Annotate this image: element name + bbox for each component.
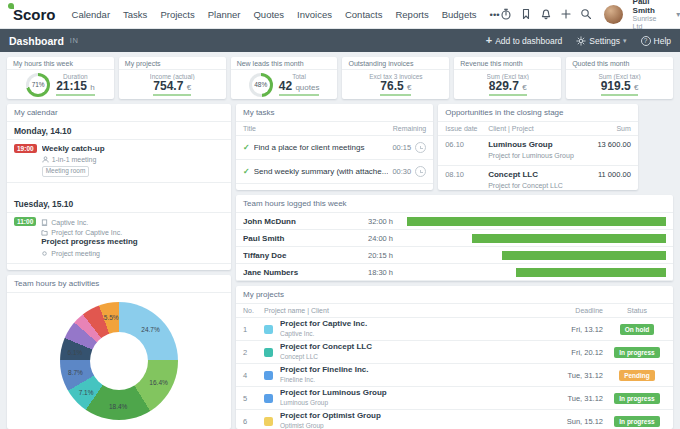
kpi-new-leads[interactable]: New leads this month 48% Total 42 quotes — [231, 57, 338, 99]
status-badge[interactable]: In progress — [614, 416, 659, 427]
kpi-value[interactable]: 21:15 h — [56, 80, 95, 96]
opportunity-row[interactable]: 08.10 Concept LLC Project for Concept LL… — [438, 166, 638, 190]
timer-icon[interactable] — [500, 7, 512, 21]
project-client[interactable]: Fineline Inc. — [280, 376, 315, 383]
task-title[interactable]: Find a place for client meetings — [254, 143, 389, 152]
dashboard-content: My hours this week 71% Duration 21:15 h … — [0, 52, 680, 429]
hours-bar — [407, 217, 666, 226]
start-timer-icon[interactable] — [415, 142, 426, 153]
project-name[interactable]: Project for Luminous Group — [280, 388, 548, 398]
project-row[interactable]: 4 Project for Fineline Inc. Fineline Inc… — [236, 364, 673, 387]
column-no[interactable]: No. — [243, 307, 259, 314]
check-icon[interactable]: ✓ — [243, 167, 250, 176]
status-badge[interactable]: Pending — [619, 370, 655, 381]
project-row[interactable]: 1 Project for Captive Inc. Captive Inc. … — [236, 318, 673, 341]
project-name[interactable]: Project for Captive Inc. — [280, 319, 548, 329]
project-row[interactable]: 6 Project for Optimist Group Optimist Gr… — [236, 410, 673, 429]
project-name[interactable]: Project for Concept LLC — [280, 342, 548, 352]
chevron-down-icon[interactable]: ▾ — [676, 10, 680, 19]
nav-item-calendar[interactable]: Calendar — [72, 9, 111, 20]
nav-item-quotes[interactable]: Quotes — [253, 9, 284, 20]
nav-item-planner[interactable]: Planner — [208, 9, 241, 20]
task-row[interactable]: ✓ Find a place for client meetings 00:15 — [236, 136, 433, 160]
project-row[interactable]: 2 Project for Concept LLC Concept LLC Fr… — [236, 341, 673, 364]
kpi-outstanding-invoices[interactable]: Outstanding invoices Excl tax 3 invoices… — [342, 57, 449, 99]
column-deadline[interactable]: Deadline — [553, 307, 603, 314]
kpi-my-projects[interactable]: My projects Income (actual) 754.7 € — [119, 57, 226, 99]
team-member-hours: 24:00 h — [338, 234, 393, 243]
opportunity-row[interactable]: 06.10 Luminous Group Project for Luminou… — [438, 136, 638, 166]
kpi-value[interactable]: 919.5 € — [601, 80, 639, 96]
nav-item-invoices[interactable]: Invoices — [297, 9, 332, 20]
opportunity-project[interactable]: Project for Luminous Group — [488, 152, 574, 159]
project-number: 1 — [243, 325, 259, 334]
opportunity-date: 08.10 — [445, 170, 483, 190]
nav-item-tasks[interactable]: Tasks — [123, 9, 147, 20]
status-badge[interactable]: On hold — [620, 324, 655, 335]
nav-more-button[interactable]: ••• — [490, 9, 500, 20]
user-avatar[interactable] — [604, 5, 623, 24]
user-menu[interactable]: Paul Smith Sunrise Ltd — [633, 0, 667, 31]
kpi-metric: Total 42 quotes — [279, 73, 320, 96]
column-client-project[interactable]: Client | Project — [488, 125, 574, 132]
widget-title: My calendar — [7, 104, 231, 122]
activities-donut-chart[interactable]: 24.7%16.4%18.4%7.1%8.7%6.1%5.5% — [7, 293, 231, 429]
kpi-revenue[interactable]: Revenue this month Sum (Excl tax) 829.7 … — [454, 57, 561, 99]
team-hours-row[interactable]: Paul Smith 24:00 h — [236, 230, 673, 247]
kpi-quoted[interactable]: Quoted this month Sum (Excl tax) 919.5 € — [566, 57, 673, 99]
project-client[interactable]: Captive Inc. — [280, 330, 314, 337]
donut-segment-label: 24.7% — [141, 325, 159, 332]
help-button[interactable]: ? Help — [641, 36, 671, 46]
project-client[interactable]: Optimist Group — [280, 422, 324, 429]
project-name[interactable]: Project for Fineline Inc. — [280, 365, 548, 375]
kpi-metric: Duration 21:15 h — [56, 73, 95, 96]
project-row[interactable]: 5 Project for Luminous Group Luminous Gr… — [236, 387, 673, 410]
calendar-spacer — [7, 183, 231, 195]
opportunity-client[interactable]: Concept LLC — [488, 170, 574, 180]
kpi-value[interactable]: 76.5 € — [380, 80, 411, 96]
status-badge[interactable]: In progress — [614, 347, 659, 358]
notifications-bell-icon[interactable] — [540, 7, 552, 21]
search-icon[interactable] — [580, 7, 592, 21]
project-number: 4 — [243, 371, 259, 380]
bookmark-icon[interactable] — [520, 7, 532, 21]
opportunity-project[interactable]: Project for Concept LLC — [488, 182, 563, 189]
project-client[interactable]: Luminous Group — [280, 399, 328, 406]
column-remaining[interactable]: Remaining — [393, 125, 426, 132]
column-status[interactable]: Status — [608, 307, 666, 314]
app-logo[interactable]: Scoro — [10, 6, 56, 23]
logo-text: Scoro — [13, 6, 56, 23]
task-row[interactable]: ✓ Send weekly summary (with attache... 0… — [236, 160, 433, 184]
column-name-client[interactable]: Project name | Client — [264, 307, 548, 314]
nav-item-projects[interactable]: Projects — [160, 9, 194, 20]
task-title[interactable]: Send weekly summary (with attache... — [254, 167, 389, 176]
dashboard-settings-button[interactable]: Settings ▾ — [576, 36, 626, 46]
calendar-event[interactable]: 19:00 Weekly catch-up 1-in-1 meeting Mee… — [7, 140, 231, 183]
nav-item-contacts[interactable]: Contacts — [345, 9, 383, 20]
column-title[interactable]: Title — [243, 125, 256, 132]
kpi-value[interactable]: 42 quotes — [279, 80, 320, 96]
check-icon[interactable]: ✓ — [243, 143, 250, 152]
project-client[interactable]: Concept LLC — [280, 353, 318, 360]
add-to-dashboard-button[interactable]: + Add to dashboard — [486, 35, 563, 46]
calendar-event[interactable]: 11:00 Captive Inc. Project for Captive I… — [7, 213, 231, 264]
nav-item-budgets[interactable]: Budgets — [442, 9, 477, 20]
kpi-my-hours[interactable]: My hours this week 71% Duration 21:15 h — [7, 57, 114, 99]
project-name[interactable]: Project for Optimist Group — [280, 411, 548, 421]
opportunity-date: 06.10 — [445, 140, 483, 162]
kpi-metric: Sum (Excl tax) 829.7 € — [487, 73, 529, 96]
status-badge[interactable]: In progress — [614, 393, 659, 404]
quick-add-plus-icon[interactable] — [560, 7, 572, 21]
kpi-value[interactable]: 754.7 € — [153, 80, 191, 96]
opportunity-client[interactable]: Luminous Group — [488, 140, 574, 150]
donut-segment-label: 5.5% — [104, 313, 119, 320]
team-hours-row[interactable]: Tiffany Doe 20:15 h — [236, 247, 673, 264]
team-hours-row[interactable]: John McDunn 32:00 h — [236, 213, 673, 230]
nav-item-reports[interactable]: Reports — [395, 9, 428, 20]
column-issue-date[interactable]: Issue date — [445, 125, 483, 132]
team-hours-row[interactable]: Jane Numbers 18:30 h — [236, 264, 673, 281]
start-timer-icon[interactable] — [415, 166, 426, 177]
kpi-value[interactable]: 829.7 € — [489, 80, 527, 96]
task-remaining: 00:15 — [392, 143, 411, 152]
column-sum[interactable]: Sum — [579, 125, 631, 132]
